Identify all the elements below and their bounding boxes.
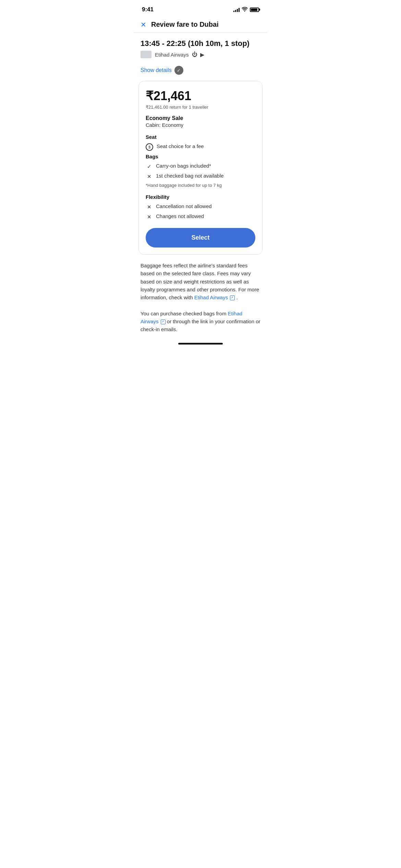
- price-sub: ₹21,461.00 return for 1 traveller: [146, 105, 255, 110]
- show-details-link[interactable]: Show details: [141, 67, 172, 73]
- flexibility-label: Flexibility: [146, 194, 255, 200]
- seat-description: Seat choice for a fee: [157, 143, 204, 149]
- cross-icon-1: ✕: [146, 173, 153, 180]
- badge-check-icon: ✓: [177, 68, 181, 73]
- show-details-row: Show details ✓: [134, 62, 267, 81]
- home-indicator: [134, 337, 267, 348]
- flex-item-2-text: Changes not allowed: [156, 213, 204, 219]
- etihad-link-1[interactable]: Etihad Airways: [194, 294, 228, 300]
- bags-item-1-text: Carry-on bags included*: [156, 163, 211, 169]
- home-bar: [178, 343, 223, 345]
- check-icon-1: ✓: [146, 163, 153, 170]
- signal-icon: [233, 7, 240, 12]
- info-paragraph-1: Baggage fees reflect the airline's stand…: [141, 262, 260, 301]
- battery-icon: [250, 8, 259, 12]
- bags-item-2-text: 1st checked bag not available: [156, 173, 224, 179]
- info-period: .: [236, 294, 238, 300]
- info-text-3: or through the link in your confirmation…: [141, 318, 260, 332]
- flight-info: 13:45 - 22:25 (10h 10m, 1 stop) Etihad A…: [134, 33, 267, 62]
- external-link-icon-1[interactable]: [230, 296, 235, 300]
- header: ✕ Review fare to Dubai: [134, 16, 267, 33]
- airline-name: Etihad Airways: [155, 52, 189, 58]
- page-title: Review fare to Dubai: [151, 21, 219, 28]
- bags-section: Bags ✓ Carry-on bags included* ✕ 1st che…: [146, 154, 255, 188]
- seat-dollar-icon: $: [146, 143, 153, 151]
- flexibility-section: Flexibility ✕ Cancellation not allowed ✕…: [146, 194, 255, 220]
- seat-label: Seat: [146, 134, 255, 140]
- bag-note: *Hand baggage included for up to 7 kg: [146, 183, 255, 188]
- flex-item-1-text: Cancellation not allowed: [156, 203, 212, 209]
- bags-label: Bags: [146, 154, 255, 159]
- fare-name: Economy Sale: [146, 115, 255, 121]
- select-button[interactable]: Select: [146, 228, 255, 248]
- close-button[interactable]: ✕: [141, 21, 146, 28]
- baggage-info: Baggage fees reflect the airline's stand…: [134, 255, 267, 337]
- bags-item-1: ✓ Carry-on bags included*: [146, 163, 255, 170]
- cross-icon-3: ✕: [146, 213, 153, 220]
- power-icon: ⏻: [192, 51, 197, 58]
- bags-item-2: ✕ 1st checked bag not available: [146, 173, 255, 180]
- airline-row: Etihad Airways ⏻ ▶: [141, 51, 260, 58]
- seat-section: Seat $ Seat choice for a fee: [146, 134, 255, 151]
- flex-item-2: ✕ Changes not allowed: [146, 213, 255, 220]
- external-link-icon-2[interactable]: [161, 320, 166, 324]
- status-icons: [233, 7, 259, 13]
- flex-item-1: ✕ Cancellation not allowed: [146, 203, 255, 210]
- cabin-info: Cabin: Economy: [146, 122, 255, 128]
- fare-card: ₹21,461 ₹21,461.00 return for 1 travelle…: [138, 81, 263, 255]
- airline-amenities: ⏻ ▶: [192, 51, 204, 58]
- status-time: 9:41: [142, 6, 154, 13]
- wifi-icon: [242, 7, 248, 13]
- flight-times: 13:45 - 22:25 (10h 10m, 1 stop): [141, 39, 260, 48]
- seat-feature-row: $ Seat choice for a fee: [146, 143, 255, 151]
- info-paragraph-2: You can purchase checked bags from Etiha…: [141, 310, 260, 334]
- screen-icon: ▶: [200, 51, 204, 58]
- airline-logo: [141, 51, 151, 58]
- info-text-2: You can purchase checked bags from: [141, 311, 226, 316]
- status-bar: 9:41: [134, 0, 267, 16]
- details-badge: ✓: [174, 66, 183, 75]
- cross-icon-2: ✕: [146, 203, 153, 210]
- price-main: ₹21,461: [146, 89, 255, 103]
